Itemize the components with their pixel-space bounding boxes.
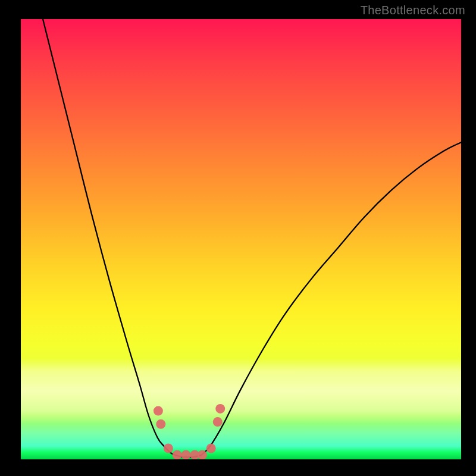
curve-path — [43, 19, 461, 457]
plot-area — [21, 19, 461, 459]
basin-marker — [198, 450, 207, 459]
watermark-text: TheBottleneck.com — [361, 4, 465, 17]
basin-marker — [173, 450, 182, 459]
curve-layer — [21, 19, 461, 459]
chart-frame: TheBottleneck.com — [0, 0, 476, 476]
basin-marker — [164, 444, 173, 453]
basin-marker — [215, 404, 225, 414]
basin-marker — [213, 417, 223, 427]
basin-markers — [154, 404, 225, 459]
basin-marker — [156, 419, 165, 429]
bottleneck-curve — [43, 19, 461, 457]
basin-marker — [154, 406, 163, 416]
basin-marker — [181, 450, 191, 459]
basin-marker — [206, 444, 216, 453]
